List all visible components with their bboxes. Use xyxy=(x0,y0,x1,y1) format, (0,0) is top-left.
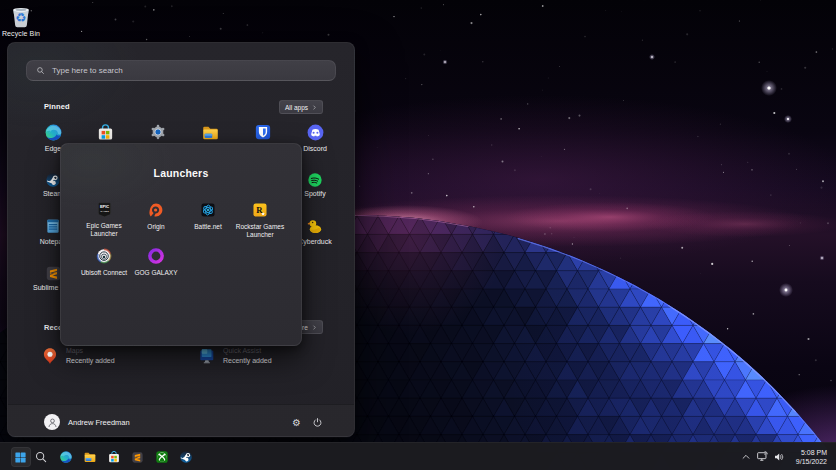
start-menu-footer: Andrew Freedman xyxy=(8,404,354,438)
avatar xyxy=(44,414,60,430)
search-icon xyxy=(36,66,45,75)
all-apps-label: All apps xyxy=(285,104,308,111)
chevron-right-icon xyxy=(312,325,317,330)
microsoft-store-icon xyxy=(107,450,121,464)
ubisoft-connect-icon xyxy=(96,248,112,264)
edge-icon xyxy=(44,123,63,142)
speaker-icon xyxy=(773,451,785,463)
recycle-bin-label: Recycle Bin xyxy=(0,30,44,37)
search-input[interactable]: Type here to search xyxy=(26,60,336,81)
taskbar-xbox-button[interactable] xyxy=(152,447,172,467)
xbox-icon xyxy=(155,450,169,464)
person-icon xyxy=(46,416,59,429)
popup-app-ubisoft-connect[interactable]: Ubisoft Connect xyxy=(78,247,130,277)
tray-volume-button[interactable] xyxy=(771,451,788,463)
file-explorer-icon xyxy=(83,450,97,464)
user-profile-button[interactable]: Andrew Freedman xyxy=(44,414,130,430)
taskbar-sublime-text-button[interactable] xyxy=(127,447,147,467)
popup-app-origin[interactable]: Origin xyxy=(130,201,182,231)
edge-icon xyxy=(59,450,73,464)
taskbar-steam-button[interactable] xyxy=(176,447,196,467)
power-icon xyxy=(312,417,323,428)
rockstar-games-icon xyxy=(252,202,268,218)
recycle-bin-icon xyxy=(8,3,34,29)
microsoft-store-icon xyxy=(96,123,115,142)
taskbar: 5:08 PM 9/15/2022 xyxy=(0,442,836,470)
search-placeholder: Type here to search xyxy=(52,66,123,75)
chevron-up-icon xyxy=(741,452,751,462)
sublime-text-icon xyxy=(45,265,62,282)
user-name: Andrew Freedman xyxy=(68,418,130,427)
origin-icon xyxy=(148,202,164,218)
tray-network-button[interactable] xyxy=(754,450,771,463)
all-apps-button[interactable]: All apps xyxy=(279,100,323,114)
monitor-network-icon xyxy=(756,450,769,463)
cyberduck-icon xyxy=(306,217,324,235)
sublime-text-icon xyxy=(131,451,144,464)
popup-app-epic-games-launcher[interactable]: Epic Games Launcher xyxy=(78,201,130,238)
popup-app-gog-galaxy[interactable]: GOG GALAXY xyxy=(130,247,182,277)
chevron-right-icon xyxy=(312,105,317,110)
pinned-header: Pinned xyxy=(44,102,70,111)
recommended-item-maps[interactable]: Maps Recently added xyxy=(41,346,191,368)
quick-assist-icon xyxy=(198,347,216,365)
settings-gear-icon xyxy=(149,123,167,141)
taskbar-search-button[interactable] xyxy=(31,447,51,467)
taskbar-file-explorer-button[interactable] xyxy=(80,447,100,467)
windows-start-icon xyxy=(14,451,27,464)
taskbar-edge-button[interactable] xyxy=(56,447,76,467)
steam-icon xyxy=(179,450,193,464)
taskbar-microsoft-store-button[interactable] xyxy=(104,447,124,467)
popup-app-rockstar-games-launcher[interactable]: Rockstar Games Launcher xyxy=(234,201,286,239)
gog-galaxy-icon xyxy=(148,248,164,264)
tray-date: 9/15/2022 xyxy=(796,457,827,466)
battle-net-icon xyxy=(200,202,216,218)
tray-time: 5:08 PM xyxy=(796,448,827,457)
tray-chevron-up-button[interactable] xyxy=(738,452,754,462)
popup-app-battle-net[interactable]: Battle.net xyxy=(182,201,234,231)
search-icon xyxy=(34,450,48,464)
bitwarden-icon xyxy=(254,123,272,141)
spotify-icon xyxy=(307,172,323,188)
epic-games-icon xyxy=(96,201,113,218)
recommended-item-quick-assist[interactable]: Quick Assist Recently added xyxy=(198,346,348,368)
settings-button[interactable] xyxy=(286,412,306,432)
launchers-folder-popup: Launchers Epic Games Launcher Origin Bat… xyxy=(60,143,302,346)
folder-title: Launchers xyxy=(61,167,301,179)
gear-icon xyxy=(291,417,302,428)
taskbar-clock[interactable]: 5:08 PM 9/15/2022 xyxy=(796,448,827,466)
maps-icon xyxy=(41,347,59,365)
discord-icon xyxy=(306,123,325,142)
start-button[interactable] xyxy=(11,447,31,467)
steam-icon xyxy=(45,172,61,188)
recycle-bin-desktop-icon[interactable]: Recycle Bin xyxy=(0,3,44,37)
file-explorer-icon xyxy=(201,123,220,142)
power-button[interactable] xyxy=(308,412,328,432)
